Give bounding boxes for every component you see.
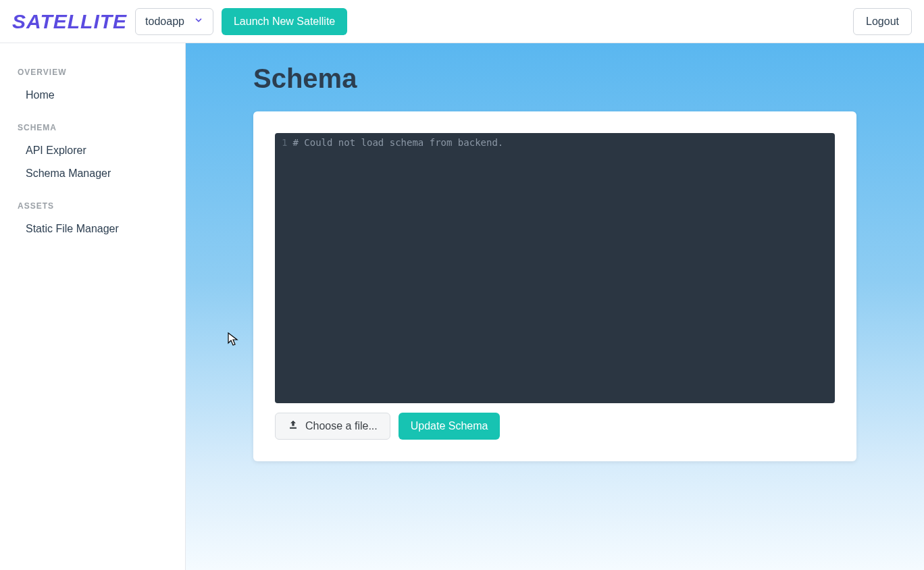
- sidebar-section-overview: OVERVIEW: [0, 63, 185, 84]
- launch-new-satellite-button[interactable]: Launch New Satellite: [222, 8, 347, 35]
- chevron-down-icon: [194, 16, 203, 28]
- logout-button-label: Logout: [866, 16, 899, 28]
- svg-rect-0: [290, 428, 296, 428]
- editor-line-number: 1: [282, 137, 287, 148]
- sidebar-section-assets: ASSETS: [0, 197, 185, 217]
- sidebar: OVERVIEW Home SCHEMA API Explorer Schema…: [0, 43, 186, 570]
- sidebar-item-home[interactable]: Home: [0, 84, 185, 107]
- update-schema-label: Update Schema: [411, 420, 488, 432]
- page-title: Schema: [253, 63, 856, 94]
- schema-card: 1# Could not load schema from backend. C…: [253, 111, 856, 461]
- main-content: Schema 1# Could not load schema from bac…: [186, 43, 924, 570]
- sidebar-section-schema: SCHEMA: [0, 119, 185, 139]
- choose-file-button[interactable]: Choose a file...: [275, 413, 390, 440]
- logout-button[interactable]: Logout: [853, 8, 912, 35]
- editor-line-text: # Could not load schema from backend.: [292, 137, 503, 148]
- update-schema-button[interactable]: Update Schema: [399, 413, 500, 440]
- project-selected-value: todoapp: [145, 16, 184, 28]
- schema-card-actions: Choose a file... Update Schema: [275, 413, 835, 440]
- body-area: OVERVIEW Home SCHEMA API Explorer Schema…: [0, 43, 924, 570]
- launch-button-label: Launch New Satellite: [234, 16, 335, 28]
- logo: SATELLITE: [12, 10, 127, 33]
- upload-icon: [288, 419, 299, 433]
- top-bar: SATELLITE todoapp Launch New Satellite L…: [0, 0, 924, 43]
- schema-editor[interactable]: 1# Could not load schema from backend.: [275, 133, 835, 403]
- sidebar-item-api-explorer[interactable]: API Explorer: [0, 139, 185, 162]
- sidebar-item-static-file-manager[interactable]: Static File Manager: [0, 217, 185, 240]
- choose-file-label: Choose a file...: [305, 420, 378, 432]
- project-selector[interactable]: todoapp: [135, 8, 213, 35]
- sidebar-item-schema-manager[interactable]: Schema Manager: [0, 162, 185, 185]
